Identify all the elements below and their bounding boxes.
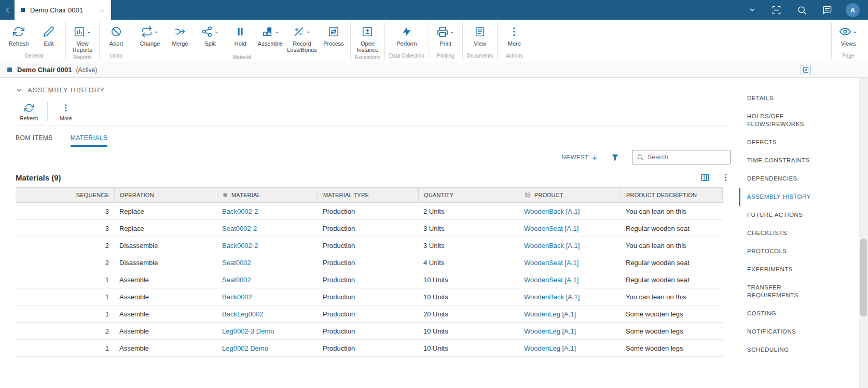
column-header-operation[interactable]: OPERATION: [114, 188, 217, 202]
material-link[interactable]: Seat0002: [222, 276, 251, 284]
scrollbar-thumb[interactable]: [860, 239, 867, 316]
merge-button[interactable]: Merge: [165, 22, 195, 53]
cell-operation: Replace: [114, 203, 217, 219]
column-header-quantity[interactable]: QUANTITY: [418, 188, 519, 202]
material-link[interactable]: Seat0002-2: [222, 225, 257, 232]
print-button[interactable]: Print: [431, 22, 461, 51]
material-link[interactable]: Back0002: [222, 293, 252, 301]
product-link[interactable]: WoodenLeg [A.1]: [524, 344, 576, 352]
material-link[interactable]: Back0002-2: [222, 242, 258, 250]
dropdown-chevron-icon: [306, 30, 311, 35]
product-link[interactable]: WoodenLeg [A.1]: [524, 327, 576, 335]
product-link[interactable]: WoodenSeat [A.1]: [524, 259, 578, 267]
views-button[interactable]: Views: [833, 22, 863, 51]
hold-button[interactable]: Hold: [225, 22, 255, 53]
product-link[interactable]: WoodenBack [A.1]: [524, 293, 580, 301]
perform-button[interactable]: Perform: [392, 22, 422, 51]
sidebar-item[interactable]: HOLDS/OFF-FLOWS/REWORKS: [739, 107, 816, 133]
sidebar-item[interactable]: CHECKLISTS: [739, 224, 816, 242]
refresh-button[interactable]: Refresh: [4, 22, 34, 51]
column-chooser-icon[interactable]: [700, 173, 710, 182]
arrow-down-icon: [591, 154, 598, 161]
cell-operation: Assemble: [114, 323, 217, 339]
sidebar-item[interactable]: SCHEDULING: [739, 341, 816, 359]
product-link[interactable]: WoodenBack [A.1]: [524, 207, 580, 215]
table-tools: [700, 173, 731, 182]
change-button[interactable]: Change: [135, 22, 165, 53]
table-body: 3 Replace Back0002-2 Production 2 Units …: [16, 203, 723, 357]
avatar[interactable]: A: [846, 3, 860, 17]
sidebar-item[interactable]: DEFECTS: [739, 133, 816, 151]
more-dots-icon: [508, 26, 520, 37]
sidebar-item[interactable]: PROTOCOLS: [739, 242, 816, 260]
button-label: More: [508, 40, 521, 47]
table-row: 2 Disassemble Seat0002 Production 4 Unit…: [16, 254, 723, 271]
panel-refresh-button[interactable]: Refresh: [16, 101, 43, 121]
cell-quantity: 3 Units: [418, 220, 519, 237]
product-link[interactable]: WoodenBack [A.1]: [524, 242, 580, 250]
lightning-icon: [401, 26, 412, 37]
column-header-product-description[interactable]: PRODUCT DESCRIPTION: [621, 188, 723, 202]
table-row: 2 Disassemble Back0002-2 Production 3 Un…: [16, 237, 723, 254]
feedback-icon[interactable]: [822, 5, 832, 15]
sidebar-item[interactable]: DEPENDENCIES: [739, 170, 816, 188]
sort-control[interactable]: NEWEST: [561, 154, 598, 161]
record-loss-bonus-button[interactable]: Record Loss/Bonus: [285, 22, 319, 53]
back-chevron-icon[interactable]: [0, 6, 15, 15]
material-link[interactable]: Leg0002 Demo: [222, 344, 268, 352]
cell-material: Leg0002 Demo: [217, 340, 318, 356]
filter-funnel-icon[interactable]: [611, 153, 619, 162]
sidebar-item[interactable]: NOTIFICATIONS: [739, 323, 816, 341]
sidebar-item[interactable]: ASSEMBLY HISTORY: [739, 188, 816, 206]
sidebar-item[interactable]: EXPERIMENTS: [739, 260, 816, 279]
assemble-button[interactable]: Assemble: [255, 22, 285, 53]
sidebar-item[interactable]: TRANSFER REQUIREMENTS: [739, 279, 816, 304]
sidebar-item[interactable]: TIME CONSTRAINTS: [739, 151, 816, 170]
search-input[interactable]: [647, 154, 726, 161]
tab-bom-items[interactable]: BOM ITEMS: [16, 134, 53, 147]
refresh-icon: [13, 26, 24, 37]
vertical-scrollbar[interactable]: [859, 78, 868, 388]
tabs-dropdown-chevron-icon[interactable]: [749, 6, 756, 13]
close-icon[interactable]: [99, 7, 106, 13]
more-button[interactable]: More: [499, 22, 529, 51]
tab-materials[interactable]: MATERIALS: [71, 134, 108, 147]
search-icon[interactable]: [797, 5, 807, 15]
expand-panel-button[interactable]: [801, 65, 811, 75]
product-link[interactable]: WoodenSeat [A.1]: [524, 225, 578, 232]
scan-icon[interactable]: [771, 5, 781, 15]
materials-table: SEQUENCE OPERATION MATERIAL MATERIAL TYP…: [16, 187, 723, 357]
instance-title-bar: Demo Chair 0001 (Active): [0, 62, 868, 78]
sidebar-item[interactable]: COSTING: [739, 304, 816, 323]
material-link[interactable]: Back0002-2: [222, 207, 258, 215]
cell-quantity: 2 Units: [418, 203, 519, 219]
column-header-product[interactable]: PRODUCT: [519, 188, 621, 202]
instance-square-icon: [20, 7, 26, 13]
cell-product: WoodenLeg [A.1]: [519, 323, 621, 339]
edit-button[interactable]: Edit: [34, 22, 64, 51]
column-header-material[interactable]: MATERIAL: [217, 188, 318, 202]
column-header-material-type[interactable]: MATERIAL TYPE: [318, 188, 418, 202]
view-reports-button[interactable]: View Reports: [67, 22, 98, 53]
sidebar-item[interactable]: FUTURE ACTIONS: [739, 206, 816, 224]
view-button[interactable]: View: [465, 22, 495, 51]
abort-button[interactable]: Abort: [101, 22, 131, 51]
tab-demo-chair[interactable]: Demo Chair 0001: [15, 0, 111, 20]
open-instance-button[interactable]: Open Instance: [352, 22, 382, 53]
process-button[interactable]: Process: [319, 22, 349, 53]
assembly-history-section-header[interactable]: ASSEMBLY HISTORY: [16, 86, 731, 94]
button-label: Merge: [172, 40, 188, 47]
material-link[interactable]: Seat0002: [222, 259, 251, 267]
panel-more-button[interactable]: More: [52, 101, 79, 121]
column-header-sequence[interactable]: SEQUENCE: [16, 188, 114, 202]
table-more-icon[interactable]: [721, 173, 731, 182]
hold-icon: [235, 26, 246, 37]
sidebar-item[interactable]: DETAILS: [739, 89, 816, 107]
dropdown-chevron-icon: [274, 30, 279, 35]
product-link[interactable]: WoodenLeg [A.1]: [524, 310, 576, 318]
material-link[interactable]: Leg0002-3 Demo: [222, 327, 274, 335]
material-link[interactable]: BackLeg0002: [222, 310, 264, 318]
cell-material-type: Production: [318, 237, 418, 254]
split-button[interactable]: Split: [195, 22, 225, 53]
product-link[interactable]: WoodenSeat [A.1]: [524, 276, 578, 284]
